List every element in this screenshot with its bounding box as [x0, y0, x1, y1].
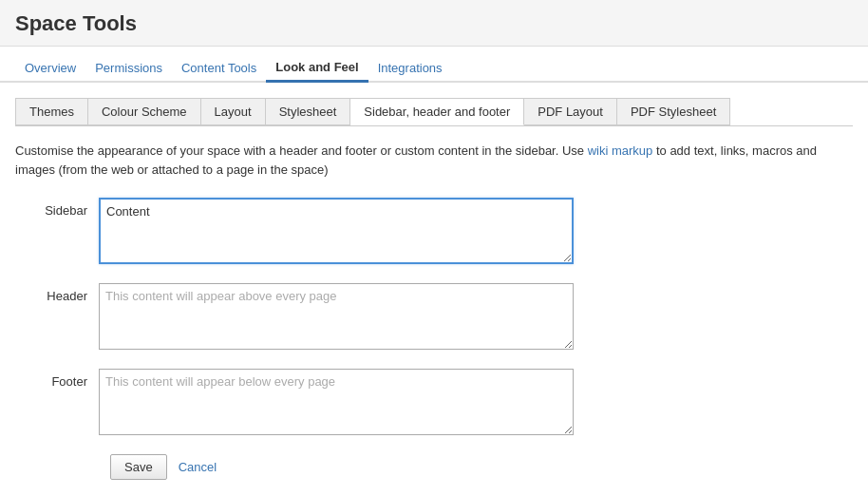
- tab-stylesheet[interactable]: Stylesheet: [266, 99, 351, 125]
- tab-colour-scheme[interactable]: Colour Scheme: [88, 99, 201, 125]
- sidebar-row: Sidebar Content: [23, 198, 853, 264]
- button-row: Save Cancel: [110, 454, 853, 480]
- nav-content-tools[interactable]: Content Tools: [172, 55, 266, 81]
- tab-pdf-stylesheet[interactable]: PDF Stylesheet: [617, 99, 729, 125]
- tabs-container: Themes Colour Scheme Layout Stylesheet S…: [15, 98, 730, 125]
- content-area: Themes Colour Scheme Layout Stylesheet S…: [0, 83, 868, 495]
- save-button[interactable]: Save: [110, 454, 167, 480]
- nav-integrations[interactable]: Integrations: [368, 55, 452, 81]
- header-textarea[interactable]: [99, 283, 574, 350]
- footer-label: Footer: [23, 369, 99, 389]
- header-row: Header: [23, 283, 853, 350]
- wiki-markup-link[interactable]: wiki markup: [588, 143, 653, 158]
- tab-sidebar-header-footer[interactable]: Sidebar, header and footer: [350, 99, 524, 125]
- page-title: Space Tools: [15, 11, 137, 35]
- footer-textarea[interactable]: [99, 369, 574, 435]
- top-nav: Overview Permissions Content Tools Look …: [0, 47, 868, 83]
- tabs-border: [15, 125, 853, 126]
- form-section: Sidebar Content Header Footer Save Cance…: [15, 198, 853, 480]
- tab-layout[interactable]: Layout: [201, 99, 266, 125]
- tab-pdf-layout[interactable]: PDF Layout: [524, 99, 617, 125]
- nav-look-and-feel[interactable]: Look and Feel: [266, 54, 368, 83]
- nav-permissions[interactable]: Permissions: [85, 55, 172, 81]
- tab-themes[interactable]: Themes: [16, 99, 88, 125]
- cancel-button[interactable]: Cancel: [175, 455, 220, 479]
- page-header: Space Tools: [0, 0, 868, 47]
- footer-row: Footer: [23, 369, 853, 435]
- nav-overview[interactable]: Overview: [15, 55, 85, 81]
- sidebar-label: Sidebar: [23, 198, 99, 218]
- sidebar-textarea[interactable]: Content: [99, 198, 574, 264]
- description: Customise the appearance of your space w…: [15, 142, 853, 179]
- header-label: Header: [23, 283, 99, 303]
- description-text-before: Customise the appearance of your space w…: [15, 143, 588, 158]
